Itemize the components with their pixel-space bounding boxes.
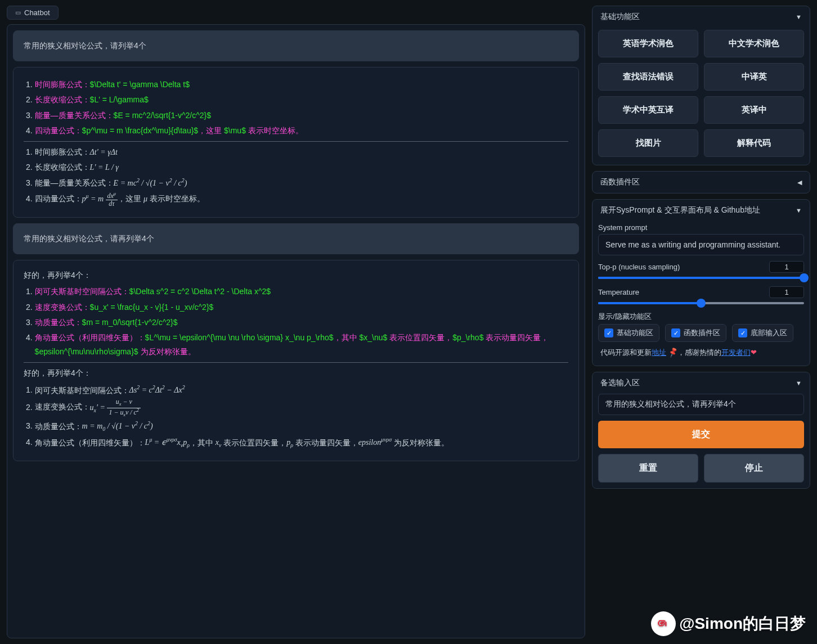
math: Δs2 = c2Δt2 − Δx2: [129, 386, 185, 394]
message-text: 常用的狭义相对论公式，请列举4个: [24, 41, 146, 50]
fn-button[interactable]: 中译英: [704, 63, 804, 91]
alt-input[interactable]: [598, 394, 804, 415]
chevron-down-icon: ▼: [796, 380, 802, 386]
chat-icon: ▭: [15, 9, 21, 16]
math: Lμ = ϵμνρσxνpρ: [145, 438, 190, 447]
tab-chatbot[interactable]: ▭ Chatbot: [7, 6, 59, 20]
fn-button[interactable]: 查找语法错误: [598, 63, 698, 91]
rendered-formula-list: 闵可夫斯基时空间隔公式：Δs2 = c2Δt2 − Δx2 速度变换公式：ux′…: [24, 383, 568, 451]
temperature-slider[interactable]: [598, 300, 804, 306]
toggle-section-label: 显示/隐藏功能区: [598, 312, 804, 322]
fn-button[interactable]: 中文学术润色: [704, 30, 804, 57]
divider: [24, 141, 568, 142]
fn-button[interactable]: 学术中英互译: [598, 96, 698, 124]
math: Δt′ = γΔt: [90, 148, 118, 156]
reset-button[interactable]: 重置: [598, 454, 698, 483]
tab-label: Chatbot: [24, 8, 50, 17]
checkbox-icon: ✓: [604, 328, 613, 337]
panel-basic: 基础功能区 ▼ 英语学术润色 中文学术润色 查找语法错误 中译英 学术中英互译 …: [592, 6, 810, 165]
chevron-left-icon: ◀: [797, 179, 802, 186]
raw-formula-list: 时间膨胀公式：$\Delta t' = \gamma \Delta t$ 长度收…: [24, 78, 568, 138]
panel-title: 函数插件区: [600, 177, 640, 187]
panel-sysprompt: 展开SysPrompt & 交互界面布局 & Github地址 ▼ System…: [592, 199, 810, 366]
topp-label: Top-p (nucleus sampling): [598, 263, 680, 271]
assistant-message: 时间膨胀公式：$\Delta t' = \gamma \Delta t$ 长度收…: [13, 67, 579, 218]
fn-button[interactable]: 解释代码: [704, 129, 804, 157]
panel-sysprompt-header[interactable]: 展开SysPrompt & 交互界面布局 & Github地址 ▼: [592, 200, 810, 221]
message-text: 常用的狭义相对论公式，请再列举4个: [24, 234, 154, 243]
math: ux′ = ux − v1 − uxv / c2: [90, 403, 141, 412]
math: m = m0 / √(1 − v2 / c2): [82, 422, 153, 430]
user-message: 常用的狭义相对论公式，请列举4个: [13, 30, 579, 61]
panel-plugins: 函数插件区 ◀: [592, 171, 810, 193]
footer-note: 代码开源和更新地址 📌，感谢热情的开发者们❤: [598, 348, 804, 358]
panel-alt-input: 备选输入区 ▼ 提交 重置 停止: [592, 372, 810, 489]
fn-button[interactable]: 英语学术润色: [598, 30, 698, 57]
heart-icon: ❤: [751, 348, 757, 357]
assistant-message: 好的，再列举4个： 闵可夫斯基时空间隔公式：$\Delta s^2 = c^2 …: [13, 260, 579, 461]
rendered-formula-list: 时间膨胀公式：Δt′ = γΔt 长度收缩公式：L′ = L / γ 能量—质量…: [24, 145, 568, 207]
toggle-plugins[interactable]: ✓函数插件区: [665, 324, 726, 342]
basic-button-grid: 英语学术润色 中文学术润色 查找语法错误 中译英 学术中英互译 英译中 找图片 …: [598, 30, 804, 157]
toggle-row: ✓基础功能区 ✓函数插件区 ✓底部输入区: [598, 324, 804, 342]
rendered-head: 好的，再列举4个：: [24, 366, 568, 380]
raw-formula-list: 闵可夫斯基时空间隔公式：$\Delta s^2 = c^2 \Delta t^2…: [24, 285, 568, 359]
panel-plugins-header[interactable]: 函数插件区 ◀: [592, 172, 810, 193]
sysprompt-label: System prompt: [598, 223, 804, 232]
fn-button[interactable]: 英译中: [704, 96, 804, 124]
raw-head: 好的，再列举4个：: [24, 268, 568, 282]
sysprompt-input[interactable]: [598, 234, 804, 255]
stop-button[interactable]: 停止: [704, 454, 804, 483]
panel-title: 展开SysPrompt & 交互界面布局 & Github地址: [600, 205, 760, 215]
submit-button[interactable]: 提交: [598, 421, 804, 448]
side-column: 基础功能区 ▼ 英语学术润色 中文学术润色 查找语法错误 中译英 学术中英互译 …: [592, 0, 817, 644]
panel-basic-header[interactable]: 基础功能区 ▼: [592, 6, 810, 28]
math: L′ = L / γ: [90, 163, 119, 172]
topp-value-input[interactable]: [769, 261, 804, 273]
toggle-bottom-input[interactable]: ✓底部输入区: [732, 324, 793, 342]
chevron-down-icon: ▼: [796, 13, 802, 20]
devs-link[interactable]: 开发者们: [721, 348, 751, 357]
math: E = mc2 / √(1 − v2 / c2): [114, 179, 187, 187]
topp-slider[interactable]: [598, 275, 804, 281]
toggle-basic[interactable]: ✓基础功能区: [598, 324, 659, 342]
panel-alt-input-header[interactable]: 备选输入区 ▼: [592, 372, 810, 394]
temperature-value-input[interactable]: [769, 286, 804, 298]
panel-title: 基础功能区: [600, 12, 640, 22]
panel-title: 备选输入区: [600, 378, 640, 388]
divider: [24, 362, 568, 363]
main-column: ▭ Chatbot 常用的狭义相对论公式，请列举4个 时间膨胀公式：$\Delt…: [0, 0, 592, 644]
math: pμ = m dxμdτ: [82, 195, 118, 203]
temperature-label: Temperature: [598, 288, 639, 296]
chat-body: 常用的狭义相对论公式，请列举4个 时间膨胀公式：$\Delta t' = \ga…: [7, 24, 585, 638]
checkbox-icon: ✓: [671, 328, 680, 337]
repo-link[interactable]: 地址: [652, 348, 666, 357]
fn-button[interactable]: 找图片: [598, 129, 698, 157]
user-message: 常用的狭义相对论公式，请再列举4个: [13, 223, 579, 254]
checkbox-icon: ✓: [738, 328, 747, 337]
chevron-down-icon: ▼: [796, 207, 802, 214]
tab-bar: ▭ Chatbot: [7, 6, 585, 20]
